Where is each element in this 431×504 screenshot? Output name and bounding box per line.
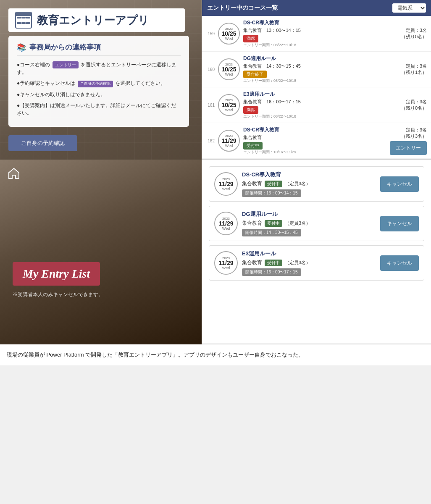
course-capacity-block: 定員：3名 （残り3名） エントリー <box>390 127 427 155</box>
my-course-info: DS-CR導入教育 集合教育 受付中 （定員3名） 開催時間：13：00〜14：… <box>242 171 376 197</box>
my-course-name: DG運用ルール <box>242 210 376 218</box>
course-date: 10/25 <box>221 102 236 108</box>
status-badge: 受付終了 <box>243 71 267 78</box>
date-circle: 2023 10/25 Wed <box>218 94 240 116</box>
table-row: 159 2023 10/25 Wed DS-CR導入教育 集合教育 13：00〜… <box>202 16 431 52</box>
time-badge: 開催時間：16：00〜17：15 <box>242 268 301 276</box>
calendar-icon <box>15 12 32 29</box>
my-entry-text: My Entry List <box>23 267 90 281</box>
my-course-date: 11/29 <box>218 181 233 187</box>
teiin-text: （定員3名） <box>285 220 310 226</box>
bottom-keyboard-bg <box>0 160 202 344</box>
cal-cell <box>21 17 26 18</box>
course-remaining: （残り1名） <box>401 69 427 76</box>
my-course-row: 集合教育 受付中 （定員3名） <box>242 259 376 266</box>
teiin-text: （定員3名） <box>285 260 310 266</box>
course-capacity-block: 定員：3名 （残り1名） <box>401 63 427 76</box>
row-number: 159 <box>206 32 215 36</box>
notice-box: 📚 事務局からの連絡事項 ●コース右端の エントリー を選択するとエントリーペー… <box>8 36 189 127</box>
my-course-info: E3運用ルール 集合教育 受付中 （定員3名） 開催時間：16：00〜17：15 <box>242 250 376 276</box>
course-date: 11/29 <box>221 138 236 144</box>
cancel-button[interactable]: キャンセル <box>380 255 419 271</box>
my-entry-list: 2023 11/29 Wed DS-CR導入教育 集合教育 受付中 （定員3名）… <box>209 166 424 281</box>
table-row: 161 2023 10/25 Wed E3適用ルール 集合教育 16：00〜17… <box>202 87 431 123</box>
main-container: 教育エントリーアプリ 📚 事務局からの連絡事項 ●コース右端の エントリー を選… <box>0 0 431 365</box>
status-badge: 満席 <box>243 35 258 42</box>
course-info: DG適用ルール 集合教育 14：30〜15：45 受付終了 エントリー期間：08… <box>243 55 398 84</box>
department-select[interactable]: 電気系 機械系 情報系 <box>392 3 426 13</box>
entry-period: エントリー期間：10/16〜11/29 <box>243 150 386 155</box>
notice-title-text: 事務局からの連絡事項 <box>29 42 101 52</box>
entry-badge: エントリー <box>53 61 79 68</box>
home-icon <box>6 166 21 181</box>
cancel-note: ※受講者本人のみキャンセルできます。 <box>13 291 103 298</box>
my-course-weekday: Wed <box>222 266 230 270</box>
my-course-date: 11/29 <box>218 260 233 266</box>
caption-text: 現場の従業員が Power Platform で開発した「教育エントリーアプリ」… <box>7 352 304 358</box>
time-badge: 開催時間：13：00〜14：15 <box>242 189 301 197</box>
course-weekday: Wed <box>225 72 233 76</box>
course-remaining: （残り0名） <box>401 105 427 111</box>
cancel-button[interactable]: キャンセル <box>380 216 419 231</box>
entry-period: エントリー期間：08/22〜10/18 <box>243 114 398 119</box>
course-list-container: 159 2023 10/25 Wed DS-CR導入教育 集合教育 13：00〜… <box>202 16 431 159</box>
cal-cell <box>17 22 21 24</box>
my-course-type: 集合教育 <box>242 220 262 227</box>
entry-period: エントリー期間：08/22〜10/18 <box>243 42 398 48</box>
left-panel: 教育エントリーアプリ 📚 事務局からの連絡事項 ●コース右端の エントリー を選… <box>0 0 202 160</box>
notice-item-1: ●コース右端の エントリー を選択するとエントリーページに遷移します。 <box>17 61 181 76</box>
confirm-reservation-button[interactable]: ご自身の予約確認 <box>8 135 77 151</box>
teiin-text: （定員3名） <box>285 181 310 187</box>
course-list-header: エントリー中のコース一覧 電気系 機械系 情報系 <box>202 0 431 16</box>
bottom-right-panel: 2023 11/29 Wed DS-CR導入教育 集合教育 受付中 （定員3名）… <box>202 160 431 344</box>
entry-button[interactable]: エントリー <box>390 141 427 155</box>
my-course-type: 集合教育 <box>242 180 262 187</box>
bottom-left-panel: My Entry List ※受講者本人のみキャンセルできます。 <box>0 160 202 344</box>
list-item: 2023 11/29 Wed E3運用ルール 集合教育 受付中 （定員3名） 開… <box>209 245 424 281</box>
status-badge: 満席 <box>243 106 258 114</box>
course-type: 集合教育 14：30〜15：45 <box>243 63 398 69</box>
my-course-row: 集合教育 受付中 （定員3名） <box>242 220 376 227</box>
course-name: E3適用ルール <box>243 91 398 98</box>
cancel-button[interactable]: キャンセル <box>380 176 419 192</box>
course-type: 集合教育 <box>243 134 386 141</box>
course-capacity: 定員：3名 <box>401 27 427 34</box>
my-course-info: DG運用ルール 集合教育 受付中 （定員3名） 開催時間：14：30〜15：45 <box>242 210 376 236</box>
course-capacity: 定員：3名 <box>401 63 427 69</box>
notice-item-3: ●キャンセルの取り消しはできません。 <box>17 91 181 98</box>
table-row: 162 2023 11/29 Wed DS-CR導入教育 集合教育 受付中 エン… <box>202 123 431 159</box>
calendar-icon-top <box>16 13 31 16</box>
uketsuke-badge: 受付中 <box>265 220 282 227</box>
status-badge: 受付中 <box>243 142 263 150</box>
my-date-circle: 2023 11/29 Wed <box>214 212 238 235</box>
notice-item-2: ●予約確認とキャンセルは ご自身の予約確認 を選択してください。 <box>17 79 181 87</box>
time-badge: 開催時間：14：30〜15：45 <box>242 229 301 236</box>
course-date: 10/25 <box>221 31 236 37</box>
course-type: 集合教育 16：00〜17：15 <box>243 99 398 105</box>
my-course-type: 集合教育 <box>242 259 262 266</box>
my-course-weekday: Wed <box>222 226 230 231</box>
app-header: 教育エントリーアプリ <box>8 8 185 32</box>
calendar-icon-grid <box>16 16 31 28</box>
course-remaining: （残り3名） <box>390 133 427 139</box>
my-course-name: E3運用ルール <box>242 250 376 257</box>
date-circle: 2023 10/25 Wed <box>218 23 240 45</box>
course-capacity: 定員：3名 <box>401 99 427 105</box>
cal-cell <box>26 22 30 24</box>
home-icon-wrap <box>6 166 21 183</box>
my-course-row: 集合教育 受付中 （定員3名） <box>242 180 376 187</box>
course-date: 10/25 <box>221 66 236 72</box>
course-capacity-block: 定員：3名 （残り0名） <box>401 99 427 111</box>
uketsuke-badge: 受付中 <box>265 260 282 266</box>
my-entry-title-box: My Entry List <box>13 262 100 286</box>
my-date-circle: 2023 11/29 Wed <box>214 172 238 196</box>
top-section: 教育エントリーアプリ 📚 事務局からの連絡事項 ●コース右端の エントリー を選… <box>0 0 431 160</box>
notice-item-4: ●【受講案内】は別途メールいたします。詳細はメールにてご確認ください。 <box>17 102 181 117</box>
course-name: DS-CR導入教育 <box>243 19 398 26</box>
course-info: DS-CR導入教育 集合教育 受付中 エントリー期間：10/16〜11/29 <box>243 126 386 155</box>
course-capacity: 定員：3名 <box>390 127 427 133</box>
bottom-section: My Entry List ※受講者本人のみキャンセルできます。 2023 11… <box>0 160 431 344</box>
notice-title: 📚 事務局からの連絡事項 <box>17 42 181 56</box>
list-item: 2023 11/29 Wed DS-CR導入教育 集合教育 受付中 （定員3名）… <box>209 166 424 202</box>
course-type: 集合教育 13：00〜14：15 <box>243 27 398 34</box>
